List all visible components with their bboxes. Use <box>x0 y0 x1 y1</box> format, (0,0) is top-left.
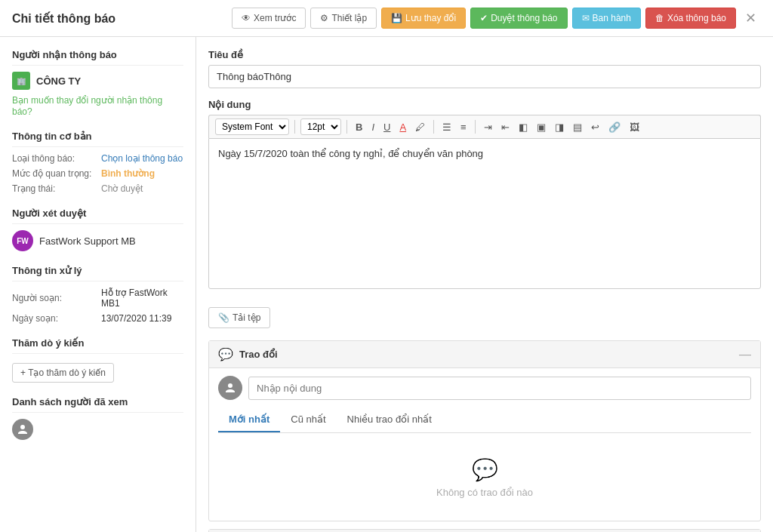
approve-button[interactable]: ✔ Duyệt thông báo <box>470 8 567 29</box>
highlight-button[interactable]: 🖊 <box>412 120 428 134</box>
font-color-button[interactable]: A <box>396 120 409 134</box>
hoat-dong-section: ☰ Hoạt động + <box>208 529 761 532</box>
viewers-section-title: Danh sách người đã xem <box>12 396 183 413</box>
top-bar-actions: 👁 Xem trước ⚙ Thiết lập 💾 Lưu thay đổi ✔… <box>232 8 761 29</box>
commenter-avatar <box>218 376 242 400</box>
sep3 <box>433 120 434 134</box>
outdent-button[interactable]: ⇤ <box>498 120 513 134</box>
editor-body[interactable]: Ngày 15/7/2020 toàn thể công ty nghỉ, để… <box>208 138 761 289</box>
empty-comment: 💬 Không có trao đổi nào <box>218 442 751 513</box>
author-value: Hỗ trợ FastWork MB1 <box>101 288 183 309</box>
reviewer-row: FW FastWork Support MB <box>12 230 183 251</box>
reviewer-name: FastWork Support MB <box>39 235 136 247</box>
bold-button[interactable]: B <box>353 120 365 134</box>
survey-section: Thăm dò ý kiến + Tạo thăm dò ý kiến <box>12 337 183 383</box>
setup-button[interactable]: ⚙ Thiết lập <box>310 8 377 29</box>
date-row: Ngày soạn: 13/07/2020 11:39 <box>12 313 183 324</box>
editor-content: Ngày 15/7/2020 toàn thể công ty nghỉ, để… <box>218 148 483 159</box>
comment-input-row <box>218 376 751 400</box>
trash-icon: 🗑 <box>655 13 664 23</box>
sep1 <box>294 120 295 134</box>
upload-button[interactable]: 📎 Tải tệp <box>208 307 270 328</box>
create-survey-button[interactable]: + Tạo thăm dò ý kiến <box>12 363 114 383</box>
empty-text: Không có trao đổi nào <box>436 487 533 498</box>
author-row: Người soạn: Hỗ trợ FastWork MB1 <box>12 288 183 309</box>
align-right-button[interactable]: ◨ <box>552 120 567 134</box>
close-button[interactable]: ✕ <box>741 8 761 28</box>
italic-button[interactable]: I <box>368 120 377 134</box>
save-icon: 💾 <box>391 13 402 23</box>
image-button[interactable]: 🖼 <box>627 120 642 134</box>
receiver-section-title: Người nhận thông báo <box>12 49 183 66</box>
title-label: Tiêu đề <box>208 49 761 60</box>
editor-toolbar: System Font 12pt B I U A 🖊 ☰ ≡ ⇥ ⇤ ◧ ▣ <box>208 115 761 138</box>
title-field-group: Tiêu đề <box>208 49 761 88</box>
status-label: Trạng thái: <box>12 183 95 194</box>
trao-doi-header: 💬 Trao đổi — <box>209 341 760 368</box>
type-label: Loại thông báo: <box>12 153 95 164</box>
reviewer-avatar: FW <box>12 230 33 251</box>
chat-icon: 💬 <box>218 347 233 361</box>
importance-value: Bình thường <box>101 168 155 179</box>
page-title: Chi tiết thông báo <box>12 11 115 26</box>
company-row: 🏢 CÔNG TY <box>12 72 183 90</box>
reviewer-section: Người xét duyệt FW FastWork Support MB <box>12 208 183 251</box>
delete-button[interactable]: 🗑 Xóa thông báo <box>645 8 736 29</box>
importance-row: Mức độ quan trọng: Bình thường <box>12 168 183 179</box>
basic-info-section: Thông tin cơ bản Loại thông báo: Chọn lo… <box>12 131 183 194</box>
size-select[interactable]: 12pt <box>300 118 341 135</box>
link-button[interactable]: 🔗 <box>605 120 624 134</box>
status-row: Trạng thái: Chờ duyệt <box>12 183 183 194</box>
eye-icon: 👁 <box>242 13 251 23</box>
company-icon: 🏢 <box>12 72 30 90</box>
align-justify-button[interactable]: ▤ <box>570 120 585 134</box>
check-icon: ✔ <box>480 13 488 23</box>
gear-icon: ⚙ <box>320 13 328 23</box>
tab-newest[interactable]: Mới nhất <box>218 407 280 432</box>
content-area: Tiêu đề Nội dung System Font 12pt B I U … <box>196 37 773 532</box>
trao-doi-section: 💬 Trao đổi — Mới nhất Cũ nhất Nhiều trao… <box>208 340 761 521</box>
empty-chat-icon: 💬 <box>472 457 498 482</box>
receiver-section: Người nhận thông báo 🏢 CÔNG TY Bạn muốn … <box>12 49 183 117</box>
trao-doi-title: 💬 Trao đổi <box>218 347 278 361</box>
survey-section-title: Thăm dò ý kiến <box>12 337 183 354</box>
processing-title: Thông tin xử lý <box>12 265 183 281</box>
main-layout: Người nhận thông báo 🏢 CÔNG TY Bạn muốn … <box>0 37 773 532</box>
author-label: Người soạn: <box>12 293 95 303</box>
change-receiver-link[interactable]: Bạn muốn thay đổi người nhận thông báo? <box>12 95 162 117</box>
top-bar: Chi tiết thông báo 👁 Xem trước ⚙ Thiết l… <box>0 0 773 37</box>
content-field-group: Nội dung System Font 12pt B I U A 🖊 ☰ ≡ <box>208 99 761 289</box>
comment-tabs: Mới nhất Cũ nhất Nhiều trao đổi nhất <box>218 407 751 433</box>
basic-info-title: Thông tin cơ bản <box>12 131 183 147</box>
rtl-button[interactable]: ↩ <box>588 120 602 134</box>
ordered-list-button[interactable]: ≡ <box>457 120 470 134</box>
date-label: Ngày soạn: <box>12 313 95 324</box>
paperclip-icon: 📎 <box>218 312 229 323</box>
preview-button[interactable]: 👁 Xem trước <box>232 8 306 29</box>
processing-section: Thông tin xử lý Người soạn: Hỗ trợ FastW… <box>12 265 183 324</box>
type-row: Loại thông báo: Chọn loại thông báo <box>12 153 183 164</box>
send-icon: ✉ <box>582 13 590 23</box>
tab-most[interactable]: Nhiều trao đổi nhất <box>337 407 442 432</box>
align-left-button[interactable]: ◧ <box>516 120 531 134</box>
indent-button[interactable]: ⇥ <box>481 120 495 134</box>
company-name: CÔNG TY <box>36 75 81 87</box>
underline-button[interactable]: U <box>380 120 393 134</box>
status-value: Chờ duyệt <box>101 183 143 194</box>
trao-doi-body: Mới nhất Cũ nhất Nhiều trao đổi nhất 💬 K… <box>209 368 760 521</box>
content-label: Nội dung <box>208 99 761 110</box>
viewers-section: Danh sách người đã xem <box>12 396 183 440</box>
collapse-icon[interactable]: — <box>739 348 751 361</box>
type-value[interactable]: Chọn loại thông báo <box>101 153 183 164</box>
comment-input[interactable] <box>248 377 751 400</box>
tab-oldest[interactable]: Cũ nhất <box>280 407 336 432</box>
save-button[interactable]: 💾 Lưu thay đổi <box>381 8 466 29</box>
title-input[interactable] <box>208 65 761 88</box>
sep4 <box>475 120 476 134</box>
align-center-button[interactable]: ▣ <box>534 120 549 134</box>
viewer-avatar <box>12 419 33 440</box>
publish-button[interactable]: ✉ Ban hành <box>572 8 641 29</box>
unordered-list-button[interactable]: ☰ <box>439 120 454 134</box>
font-select[interactable]: System Font <box>215 118 289 135</box>
date-value: 13/07/2020 11:39 <box>101 313 171 324</box>
